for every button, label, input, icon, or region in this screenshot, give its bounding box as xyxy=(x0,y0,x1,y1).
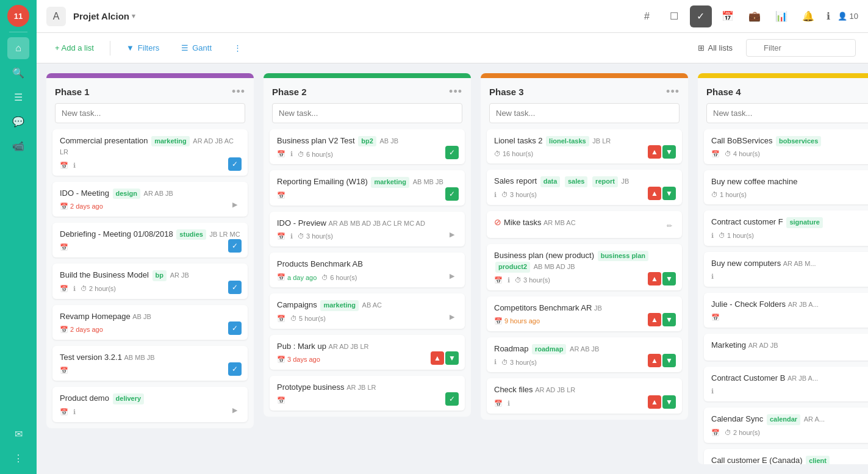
expand-button[interactable]: ▶ xyxy=(228,198,242,212)
expand-button[interactable]: ▶ xyxy=(445,269,459,282)
card-c1[interactable]: Commercial presentation marketing AR AD … xyxy=(52,129,248,176)
card-c7[interactable]: Product demo delivery 📅ℹ▶ xyxy=(52,387,248,422)
card-tag: calendar xyxy=(767,414,800,425)
document-nav-icon[interactable]: ☐ xyxy=(663,5,685,27)
new-task-input[interactable] xyxy=(272,103,462,123)
complete-button[interactable]: ✓ xyxy=(445,146,459,159)
expand-button[interactable]: ▶ xyxy=(445,311,459,324)
calendar-nav-icon[interactable]: 📅 xyxy=(717,5,739,27)
info-icon[interactable]: ℹ xyxy=(827,10,830,22)
priority-down-button[interactable]: ▼ xyxy=(662,145,676,159)
priority-up-button[interactable]: ▲ xyxy=(648,145,661,159)
all-lists-button[interactable]: ⊞ All lists xyxy=(692,40,739,56)
priority-up-button[interactable]: ▲ xyxy=(648,395,661,409)
card-p3c6[interactable]: Roadmap roadmap AR AB JBℹ⏱ 3 hour(s)▲▼ xyxy=(487,337,682,372)
more-options-button[interactable]: ⋮ xyxy=(228,40,248,56)
add-list-button[interactable]: + Add a list xyxy=(49,40,100,56)
card-p3c1[interactable]: Lionel tasks 2 lionel-tasks JB LR⏱ 16 ho… xyxy=(487,129,682,163)
priority-down-button[interactable]: ▼ xyxy=(662,354,676,367)
card-p4c3[interactable]: Contract customer F signature ℹ⏱ 1 hour(… xyxy=(704,210,868,245)
complete-button[interactable]: ✓ xyxy=(228,321,242,335)
gantt-button[interactable]: ☰ Gantt xyxy=(175,40,218,56)
priority-down-button[interactable]: ▼ xyxy=(662,187,676,200)
sidebar-chat-icon[interactable]: 💬 xyxy=(7,110,29,132)
card-p2c4[interactable]: Products Benchmark AB 📅 a day ago⏱ 6 hou… xyxy=(270,253,465,287)
complete-button[interactable]: ✓ xyxy=(228,157,242,171)
expand-button[interactable]: ▶ xyxy=(445,228,459,242)
sidebar-home-icon[interactable]: ⌂ xyxy=(7,37,29,59)
edit-button[interactable]: ✏ xyxy=(662,220,676,233)
complete-button[interactable]: ✓ xyxy=(445,187,459,201)
new-task-input[interactable] xyxy=(55,103,245,123)
user-count[interactable]: 👤 10 xyxy=(838,12,858,21)
card-p2c2[interactable]: Reporting Emailing (W18) marketing AB MB… xyxy=(270,170,465,205)
complete-button[interactable]: ✓ xyxy=(228,281,242,294)
priority-up-button[interactable]: ▲ xyxy=(648,272,661,285)
card-p4c8[interactable]: Calendar Sync calendar AR A...📅⏱ 2 hour(… xyxy=(704,408,868,442)
priority-buttons: ▲▼ xyxy=(648,187,676,200)
card-p2c3[interactable]: IDO - Preview AR AB MB AD JB AC LR MC AD… xyxy=(270,212,465,246)
card-p4c1[interactable]: Call BoBServices bobservices 📅⏱ 4 hour(s… xyxy=(704,129,868,164)
filters-button[interactable]: ▼ Filters xyxy=(120,40,165,56)
sidebar-mail-icon[interactable]: ✉ xyxy=(7,423,29,445)
priority-buttons: ▲▼ xyxy=(648,145,676,159)
filter-input[interactable] xyxy=(746,39,856,57)
sidebar-search-icon[interactable]: 🔍 xyxy=(7,62,29,84)
card-p2c7[interactable]: Prototype business AR JB LR📅✓ xyxy=(270,376,465,411)
card-p4c7[interactable]: Contract Customer B AR JB A...ℹ xyxy=(704,367,868,401)
card-p3c3[interactable]: ⊘Mike tasks AR MB AC✏ xyxy=(487,211,682,238)
complete-button[interactable]: ✓ xyxy=(228,239,242,253)
column-menu-button[interactable]: ••• xyxy=(232,85,245,98)
card-title: Buy new coffee machine xyxy=(711,177,797,186)
priority-down-button[interactable]: ▼ xyxy=(662,272,676,285)
priority-up-button[interactable]: ▲ xyxy=(648,313,661,326)
card-p2c5[interactable]: Campaigns marketing AB AC📅⏱ 5 hour(s)▶ xyxy=(270,293,465,328)
chart-nav-icon[interactable]: 📊 xyxy=(770,5,792,27)
card-p2c6[interactable]: Pub : Mark up AR AD JB LR📅 3 days ago▲▼ xyxy=(270,335,465,370)
card-p3c7[interactable]: Check files AR AD JB LR📅ℹ▲▼ xyxy=(487,378,682,413)
card-p4c2[interactable]: Buy new coffee machine ⏱ 1 hour(s) xyxy=(704,170,868,204)
new-task-input[interactable] xyxy=(706,103,868,123)
tasks-nav-icon[interactable]: ✓ xyxy=(690,5,712,27)
calendar-icon: 📅 xyxy=(277,315,285,323)
card-p4c5[interactable]: Julie - Check Folders AR JB A...📅 xyxy=(704,293,868,328)
priority-down-button[interactable]: ▼ xyxy=(662,313,676,326)
card-p3c5[interactable]: Competitors Benchmark AR JB📅 9 hours ago… xyxy=(487,296,682,331)
complete-button[interactable]: ✓ xyxy=(445,392,459,406)
card-c6[interactable]: Test version 3.2.1 AB MB JB📅✓ xyxy=(52,346,248,381)
priority-up-button[interactable]: ▲ xyxy=(648,354,661,367)
card-tag: sales xyxy=(565,176,588,187)
priority-up-button[interactable]: ▲ xyxy=(431,351,444,365)
priority-down-button[interactable]: ▼ xyxy=(445,351,459,365)
card-actions: ▶ xyxy=(445,269,459,282)
project-title[interactable]: Projet Alcion ▾ xyxy=(73,11,135,21)
expand-button[interactable]: ▶ xyxy=(228,404,242,417)
hashtag-nav-icon[interactable]: # xyxy=(636,5,658,27)
card-p2c1[interactable]: Business plan V2 Test bp2 AB JB📅ℹ⏱ 6 hou… xyxy=(270,129,465,164)
card-p4c9[interactable]: Call customer E (Canada) client xyxy=(704,449,868,464)
card-p4c6[interactable]: Marketing AR AD JB xyxy=(704,334,868,361)
priority-down-button[interactable]: ▼ xyxy=(662,395,676,409)
card-c5[interactable]: Revamp Homepage AB JB📅 2 days ago✓ xyxy=(52,305,248,340)
card-title: Mike tasks AR MB AC xyxy=(504,218,576,227)
sidebar-more-icon[interactable]: ⋮ xyxy=(7,447,29,469)
card-title: Product demo delivery xyxy=(60,393,145,403)
bell-nav-icon[interactable]: 🔔 xyxy=(797,5,819,27)
card-c2[interactable]: IDO - Meeting design AR AB JB📅 2 days ag… xyxy=(52,182,248,217)
sidebar-list-icon[interactable]: ☰ xyxy=(7,86,29,108)
card-c3[interactable]: Debriefing - Meeting 01/08/2018 studies … xyxy=(52,223,248,257)
column-menu-button[interactable]: ••• xyxy=(666,85,680,98)
card-p3c4[interactable]: Business plan (new product) business pla… xyxy=(487,244,682,290)
sidebar-video-icon[interactable]: 📹 xyxy=(7,135,29,157)
complete-button[interactable]: ✓ xyxy=(228,362,242,376)
card-tag: marketing xyxy=(320,300,359,311)
card-c4[interactable]: Build the Business Model bp AR JB📅ℹ⏱ 2 h… xyxy=(52,264,248,298)
column-menu-button[interactable]: ••• xyxy=(449,85,462,98)
card-p4c4[interactable]: Buy new computers AR AB M...ℹ xyxy=(704,252,868,287)
clock-icon: ⏱ xyxy=(290,315,297,322)
card-assignees: AB MB JB xyxy=(124,354,155,361)
new-task-input[interactable] xyxy=(489,103,680,123)
briefcase-nav-icon[interactable]: 💼 xyxy=(744,5,766,27)
priority-up-button[interactable]: ▲ xyxy=(648,187,661,200)
card-p3c2[interactable]: Sales report data sales report JBℹ⏱ 3 ho… xyxy=(487,170,682,204)
